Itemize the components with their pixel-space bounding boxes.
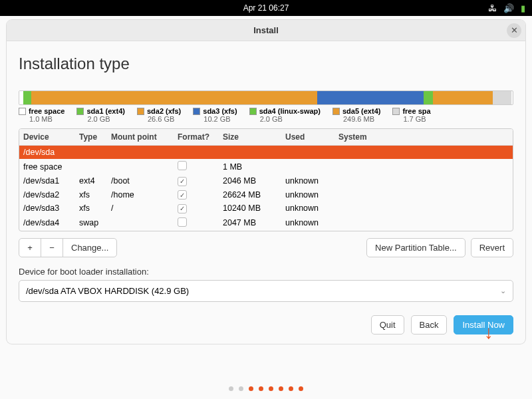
back-button[interactable]: Back — [411, 315, 448, 334]
legend-name: sda5 (ext4) — [342, 107, 380, 115]
revert-button[interactable]: Revert — [471, 238, 513, 257]
cell-type: swap — [79, 218, 111, 227]
legend-swatch — [193, 108, 200, 115]
legend-item: sda2 (xfs)26.6 GB — [137, 107, 181, 123]
cell-format: ✓ — [178, 190, 223, 200]
cell-size: 2046 MB — [223, 176, 285, 186]
legend-swatch — [137, 108, 144, 115]
bootloader-select[interactable]: /dev/sda ATA VBOX HARDDISK (42.9 GB) ⌄ — [19, 280, 513, 302]
table-body: /dev/sdafree space1 MB/dev/sda1ext4/boot… — [19, 146, 513, 231]
cell-size: 10240 MB — [223, 203, 285, 213]
cell-format — [178, 161, 223, 172]
partition-segment[interactable] — [23, 91, 31, 104]
close-button[interactable]: ✕ — [507, 23, 521, 38]
cell-used: unknown — [285, 190, 338, 200]
table-row[interactable]: /dev/sda3xfs/✓10240 MBunknown — [19, 201, 513, 215]
partition-segment[interactable] — [433, 91, 493, 104]
cell-format: ✓ — [178, 176, 223, 186]
cell-device: /dev/sda3 — [19, 203, 79, 213]
partition-bar[interactable] — [19, 90, 513, 105]
cell-used: unknown — [285, 203, 338, 213]
cell-mount: / — [111, 203, 178, 213]
cell-device: /dev/sda1 — [19, 176, 79, 186]
partition-segment[interactable] — [424, 91, 433, 104]
legend-size: 2.0 GB — [260, 115, 321, 123]
legend-size: 1.0 MB — [29, 115, 65, 123]
system-tray[interactable]: 🖧 🔊 ▮ — [488, 3, 525, 13]
partition-segment[interactable] — [493, 91, 511, 104]
table-row[interactable]: /dev/sda2xfs/home✓26624 MBunknown — [19, 188, 513, 202]
format-checkbox[interactable] — [178, 217, 187, 227]
cell-mount: /boot — [111, 176, 178, 186]
table-row[interactable]: free space1 MB — [19, 159, 513, 174]
cell-size: 2047 MB — [223, 218, 285, 227]
legend-swatch — [392, 108, 400, 115]
table-row[interactable]: /dev/sda — [19, 146, 513, 159]
format-checkbox[interactable]: ✓ — [178, 190, 187, 200]
volume-icon[interactable]: 🔊 — [503, 3, 514, 13]
col-size[interactable]: Size — [223, 132, 285, 142]
format-checkbox[interactable] — [178, 161, 187, 170]
partition-segment[interactable] — [31, 91, 317, 104]
cell-type: xfs — [79, 203, 111, 213]
battery-icon[interactable]: ▮ — [521, 3, 525, 13]
bootloader-value: /dev/sda ATA VBOX HARDDISK (42.9 GB) — [26, 286, 500, 296]
cell-device: /dev/sda4 — [19, 218, 79, 227]
col-format[interactable]: Format? — [178, 132, 223, 142]
network-icon[interactable]: 🖧 — [488, 3, 497, 13]
cell-device: /dev/sda2 — [19, 190, 79, 200]
table-header: Device Type Mount point Format? Size Use… — [19, 129, 513, 146]
legend-item: free spa 1.7 GB — [392, 107, 430, 123]
cell-size: 1 MB — [223, 162, 285, 172]
legend-size: 2.0 GB — [87, 115, 124, 123]
remove-partition-button[interactable]: − — [41, 238, 63, 257]
legend-item: sda3 (xfs)10.2 GB — [193, 107, 237, 123]
legend-item: sda1 (ext4)2.0 GB — [76, 107, 124, 123]
legend-item: free space 1.0 MB — [19, 107, 65, 123]
col-system[interactable]: System — [338, 132, 513, 142]
col-device[interactable]: Device — [19, 132, 79, 142]
window-title: Install — [253, 25, 279, 35]
legend-swatch — [76, 108, 84, 115]
desktop-topbar: Apr 21 06:27 🖧 🔊 ▮ — [0, 0, 532, 16]
legend-swatch — [249, 108, 257, 115]
change-partition-button[interactable]: Change... — [63, 238, 117, 257]
legend-name: sda3 (xfs) — [203, 107, 237, 115]
legend-item: sda5 (ext4)249.6 MB — [332, 107, 380, 123]
cell-used: unknown — [285, 176, 338, 186]
legend-size: 1.7 GB — [403, 115, 430, 123]
legend-size: 26.6 GB — [148, 115, 181, 123]
table-row[interactable]: /dev/sda1ext4/boot✓2046 MBunknown — [19, 174, 513, 188]
legend-name: free spa — [402, 107, 430, 115]
col-used[interactable]: Used — [285, 132, 338, 142]
table-row[interactable]: /dev/sda4swap2047 MBunknown — [19, 215, 513, 231]
quit-button[interactable]: Quit — [371, 315, 404, 334]
clock: Apr 21 06:27 — [243, 3, 289, 13]
cell-used: unknown — [285, 218, 338, 227]
add-partition-button[interactable]: + — [19, 238, 41, 257]
legend-name: sda4 (linux-swap) — [259, 107, 321, 115]
legend-name: sda2 (xfs) — [147, 107, 181, 115]
page-title: Installation type — [19, 55, 513, 73]
partition-toolbar: + − Change... New Partition Table... Rev… — [19, 238, 513, 257]
partition-table: Device Type Mount point Format? Size Use… — [19, 128, 513, 231]
cell-type: ext4 — [79, 176, 111, 186]
legend-name: free space — [29, 107, 65, 115]
col-type[interactable]: Type — [79, 132, 111, 142]
install-now-button[interactable]: Install Now — [454, 315, 513, 334]
chevron-down-icon: ⌄ — [500, 287, 506, 295]
format-checkbox[interactable]: ✓ — [178, 204, 187, 213]
new-partition-table-button[interactable]: New Partition Table... — [366, 238, 466, 257]
col-mount[interactable]: Mount point — [111, 132, 178, 142]
legend-swatch — [332, 108, 340, 115]
cell-format: ✓ — [178, 203, 223, 213]
page-indicator — [0, 386, 532, 391]
legend-item: sda4 (linux-swap)2.0 GB — [249, 107, 321, 123]
format-checkbox[interactable]: ✓ — [178, 177, 187, 186]
partition-segment[interactable] — [317, 91, 424, 104]
close-icon: ✕ — [511, 25, 518, 35]
cell-format — [178, 217, 223, 229]
installer-window: Install ✕ Installation type free space 1… — [7, 20, 525, 344]
footer-buttons: Quit Back Install Now — [19, 315, 513, 334]
legend-name: sda1 (ext4) — [86, 107, 124, 115]
